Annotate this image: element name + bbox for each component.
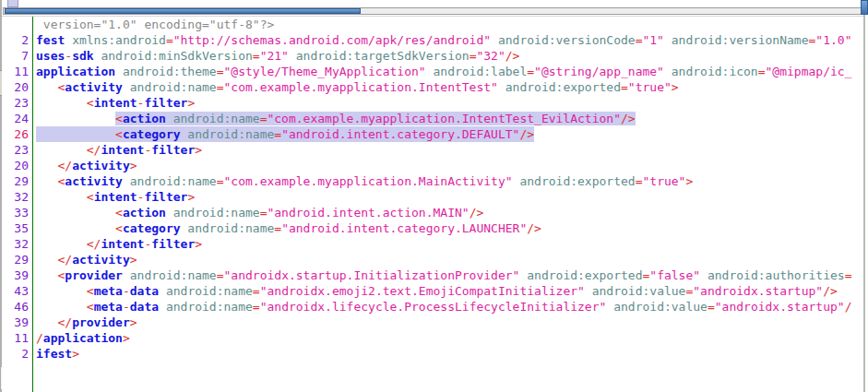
code-token: activity	[72, 253, 130, 267]
code-line[interactable]: <provider android:name="androidx.startup…	[36, 267, 863, 283]
code-line[interactable]: <meta-data android:name="androidx.lifecy…	[36, 299, 863, 315]
code-token: =	[166, 33, 173, 47]
code-token: "androidx.startup"	[715, 300, 845, 314]
code-token: >	[123, 331, 130, 345]
code-line[interactable]: <activity android:name="com.example.myap…	[36, 173, 863, 189]
code-token: android:exported	[513, 174, 636, 188]
code-token: "androidx.startup"	[693, 284, 823, 298]
scrollbar-end-cap	[861, 0, 868, 15]
code-token: activity	[65, 80, 123, 94]
code-token: /	[36, 331, 43, 345]
code-token: application	[36, 65, 115, 78]
code-line[interactable]: </provider>	[36, 315, 863, 330]
code-token	[36, 174, 57, 188]
code-line[interactable]: </activity>	[36, 158, 863, 173]
code-token: "androidx.lifecycle.ProcessLifecycleInit…	[260, 300, 607, 314]
code-area[interactable]: version="1.0" encoding="utf-8"?>fest xml…	[33, 17, 863, 392]
code-token: "32"	[476, 49, 505, 63]
code-line[interactable]: </intent-filter>	[36, 236, 863, 252]
code-token: "@style/Theme_MyApplication"	[224, 65, 426, 78]
code-token: />	[823, 284, 838, 298]
code-token: android:name	[123, 268, 217, 282]
code-token: "com.example.myapplication.MainActivity"	[224, 174, 513, 188]
code-token: <	[115, 206, 123, 220]
code-line[interactable]: <category android:name="android.intent.c…	[36, 220, 863, 236]
code-token: >	[72, 347, 79, 361]
code-line[interactable]: uses-sdk android:minSdkVersion="21" andr…	[36, 48, 863, 64]
code-token: android:versionName	[664, 33, 809, 47]
code-token	[36, 80, 57, 94]
code-token: action	[123, 206, 166, 220]
panel-tab[interactable]	[7, 0, 18, 7]
code-line[interactable]: ifest>	[36, 346, 863, 362]
code-token	[36, 159, 57, 172]
code-line[interactable]: fest xmlns:android="http://schemas.andro…	[36, 32, 863, 48]
code-token: -	[123, 284, 130, 298]
code-line[interactable]: <intent-filter>	[36, 189, 863, 205]
code-token	[36, 237, 87, 251]
code-token: android:value	[606, 300, 707, 314]
horizontal-scrollbar[interactable]	[3, 7, 863, 15]
code-token: fest	[36, 33, 65, 47]
code-token: android:label	[426, 65, 528, 78]
code-token: /	[845, 300, 852, 314]
code-line[interactable]: application android:theme="@style/Theme_…	[36, 64, 863, 79]
line-number: 11	[2, 64, 32, 79]
code-token: </	[87, 237, 101, 251]
code-line[interactable]: <action android:name="android.intent.act…	[36, 205, 863, 220]
code-token: "android.intent.category.LAUNCHER"	[281, 221, 527, 235]
code-line[interactable]: <activity android:name="com.example.myap…	[36, 79, 863, 95]
code-token	[36, 112, 115, 125]
code-token: =	[274, 127, 281, 141]
code-line[interactable]: </activity>	[36, 252, 863, 267]
code-token: meta	[94, 300, 123, 314]
code-token: android:name	[123, 80, 217, 94]
code-token: activity	[65, 174, 123, 188]
code-token	[36, 315, 57, 329]
code-token: android:name	[181, 127, 275, 141]
line-number: 20	[2, 79, 32, 95]
code-line[interactable]: <action android:name="com.example.myappl…	[36, 111, 863, 126]
code-token: </	[57, 159, 72, 172]
code-token: filter	[151, 143, 195, 157]
code-token: provider	[72, 315, 130, 329]
code-line[interactable]: <category android:name="android.intent.c…	[36, 126, 534, 142]
code-token	[36, 143, 87, 157]
code-token: "android.intent.category.DEFAULT"	[281, 127, 519, 141]
code-token: category	[123, 127, 181, 141]
code-token	[36, 300, 87, 314]
code-token	[36, 96, 87, 110]
code-token: =	[274, 221, 281, 235]
line-number: 2	[2, 32, 32, 48]
code-token: >	[685, 174, 693, 188]
code-line[interactable]: <meta-data android:name="androidx.emoji2…	[36, 283, 863, 299]
code-token: application	[43, 331, 123, 345]
code-token: >	[187, 190, 195, 204]
code-token: intent	[101, 143, 144, 157]
code-token: intent	[101, 237, 144, 251]
line-number: 23	[2, 142, 32, 158]
code-token: =	[217, 174, 224, 188]
line-number: 7	[2, 48, 32, 64]
line-number: 24	[2, 111, 32, 126]
line-number: 26	[2, 126, 32, 142]
scrollbar-thumb[interactable]	[5, 8, 361, 14]
editor-window: 271120232426232029323335322939434639112 …	[0, 0, 868, 392]
code-line[interactable]: version="1.0" encoding="utf-8"?>	[36, 17, 863, 32]
code-token: =	[217, 268, 224, 282]
code-line[interactable]: </intent-filter>	[36, 142, 863, 158]
code-token: >	[672, 80, 679, 94]
code-token: >	[130, 253, 137, 267]
code-line[interactable]: /application>	[36, 330, 863, 346]
line-number: 39	[2, 267, 32, 283]
code-token: =	[253, 300, 260, 314]
code-token: >	[187, 96, 195, 110]
code-token: filter	[144, 96, 187, 110]
code-token: android:name	[159, 300, 253, 314]
code-token: -	[123, 300, 130, 314]
code-token	[36, 253, 57, 267]
code-token: -	[65, 49, 72, 63]
code-token: "android.intent.action.MAIN"	[267, 206, 469, 220]
code-line[interactable]: <intent-filter>	[36, 95, 863, 111]
text-editor[interactable]: 271120232426232029323335322939434639112 …	[2, 16, 863, 392]
